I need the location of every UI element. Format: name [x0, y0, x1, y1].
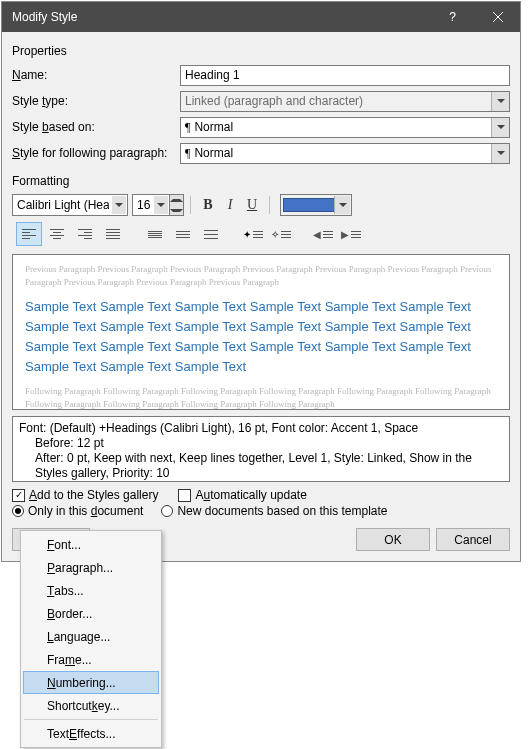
preview-pane: Previous Paragraph Previous Paragraph Pr… — [12, 254, 510, 410]
separator — [269, 196, 270, 214]
space-before-dec-button[interactable]: ✧ — [268, 222, 294, 246]
formatting-heading: Formatting — [12, 174, 510, 188]
menu-paragraph[interactable]: Paragraph... — [23, 556, 159, 579]
close-button[interactable] — [475, 2, 520, 32]
menu-text-effects[interactable]: Text Effects... — [23, 722, 159, 745]
separator — [190, 196, 191, 214]
menu-shortcut[interactable]: Shortcut key... — [23, 694, 159, 717]
based-on-combo[interactable]: ¶Normal — [180, 117, 510, 138]
name-label: Name: — [12, 68, 180, 82]
modify-style-dialog: Modify Style ? Properties Name: Heading … — [1, 1, 521, 562]
format-menu: Font... Paragraph... Tabs... Border... L… — [20, 530, 162, 748]
style-type-combo: Linked (paragraph and character) — [180, 91, 510, 112]
following-combo[interactable]: ¶Normal — [180, 143, 510, 164]
font-size-spinner[interactable] — [170, 194, 184, 216]
paragraph-toolbar: ✦ ✧ ◀ ▶ — [12, 220, 510, 248]
chevron-down-icon[interactable] — [154, 196, 168, 214]
align-right-button[interactable] — [72, 222, 98, 246]
titlebar: Modify Style ? — [2, 2, 520, 32]
following-label: Style for following paragraph: — [12, 146, 180, 160]
indent-decrease-button[interactable]: ◀ — [310, 222, 336, 246]
add-to-gallery-checkbox[interactable]: ✓ Add to the Styles gallery — [12, 488, 158, 502]
desc-line: After: 0 pt, Keep with next, Keep lines … — [19, 451, 503, 481]
dialog-title: Modify Style — [12, 10, 430, 24]
align-left-button[interactable] — [16, 222, 42, 246]
chevron-down-icon — [491, 92, 509, 111]
new-documents-radio[interactable]: New documents based on this template — [161, 504, 387, 518]
auto-update-checkbox[interactable]: Automatically update — [178, 488, 306, 502]
chevron-down-icon[interactable] — [112, 196, 126, 214]
spacing-double-button[interactable] — [198, 222, 224, 246]
menu-separator — [24, 719, 158, 720]
spin-down-icon[interactable] — [170, 205, 183, 215]
menu-font[interactable]: Font... — [23, 533, 159, 556]
pilcrow-icon: ¶ — [185, 146, 190, 161]
menu-frame[interactable]: Frame... — [23, 648, 159, 671]
based-on-label: Style based on: — [12, 120, 180, 134]
align-center-button[interactable] — [44, 222, 70, 246]
name-input[interactable]: Heading 1 — [180, 65, 510, 86]
desc-line: Before: 12 pt — [19, 436, 503, 451]
spin-up-icon[interactable] — [170, 195, 183, 205]
style-description: Font: (Default) +Headings (Calibri Light… — [12, 416, 510, 482]
properties-heading: Properties — [12, 44, 510, 58]
font-name-combo[interactable]: Calibri Light (Headings) — [12, 194, 128, 216]
font-color-combo[interactable] — [280, 194, 352, 216]
menu-language[interactable]: Language... — [23, 625, 159, 648]
font-toolbar: Calibri Light (Headings) 16 B I U — [12, 194, 510, 216]
checkmark-icon: ✓ — [15, 490, 23, 500]
chevron-down-icon[interactable] — [491, 118, 509, 137]
font-size-combo[interactable]: 16 — [132, 194, 170, 216]
spacing-onehalf-button[interactable] — [170, 222, 196, 246]
menu-border[interactable]: Border... — [23, 602, 159, 625]
underline-button[interactable]: U — [241, 194, 263, 216]
preview-sample-text: Sample Text Sample Text Sample Text Samp… — [25, 297, 497, 377]
indent-increase-button[interactable]: ▶ — [338, 222, 364, 246]
chevron-down-icon[interactable] — [491, 144, 509, 163]
menu-numbering[interactable]: Numbering... — [23, 671, 159, 694]
style-type-label: Style type: — [12, 94, 180, 108]
space-before-inc-button[interactable]: ✦ — [240, 222, 266, 246]
preview-previous-text: Previous Paragraph Previous Paragraph Pr… — [25, 263, 497, 289]
cancel-button[interactable]: Cancel — [436, 528, 510, 551]
close-icon — [493, 12, 503, 22]
desc-line: Font: (Default) +Headings (Calibri Light… — [19, 421, 503, 436]
italic-button[interactable]: I — [219, 194, 241, 216]
preview-following-text: Following Paragraph Following Paragraph … — [25, 385, 497, 410]
help-button[interactable]: ? — [430, 2, 475, 32]
only-this-document-radio[interactable]: Only in this document — [12, 504, 143, 518]
ok-button[interactable]: OK — [356, 528, 430, 551]
radio-dot-icon — [15, 508, 21, 514]
chevron-down-icon[interactable] — [334, 196, 350, 214]
pilcrow-icon: ¶ — [185, 120, 190, 135]
spacing-single-button[interactable] — [142, 222, 168, 246]
align-justify-button[interactable] — [100, 222, 126, 246]
bold-button[interactable]: B — [197, 194, 219, 216]
menu-tabs[interactable]: Tabs... — [23, 579, 159, 602]
